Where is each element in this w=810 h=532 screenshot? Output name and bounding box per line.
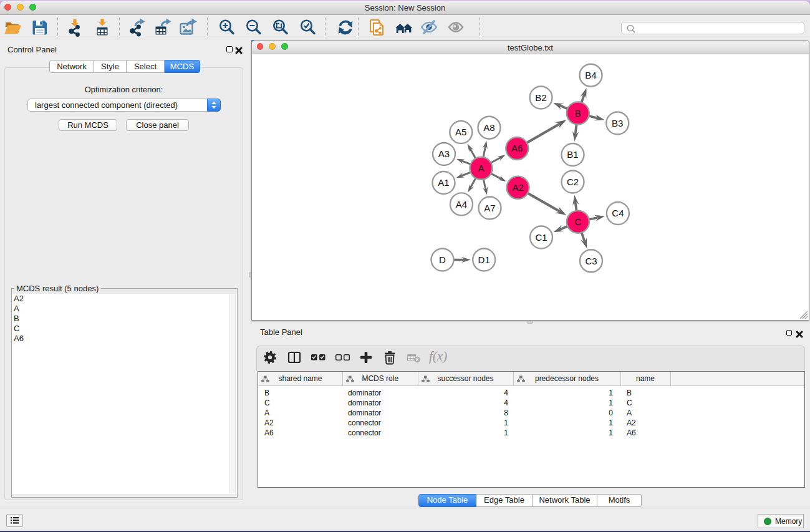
svg-text:B3: B3 (612, 118, 623, 128)
svg-text:A8: A8 (483, 122, 494, 133)
svg-text:D1: D1 (478, 254, 490, 265)
svg-text:B: B (575, 108, 581, 118)
svg-text:B1: B1 (567, 149, 578, 160)
svg-text:C1: C1 (535, 232, 547, 243)
svg-text:A2: A2 (512, 182, 523, 193)
svg-text:A: A (478, 163, 484, 173)
svg-text:A3: A3 (438, 148, 450, 159)
svg-text:A5: A5 (455, 127, 466, 137)
svg-text:A7: A7 (484, 203, 495, 213)
svg-text:D: D (439, 254, 446, 265)
svg-text:C3: C3 (585, 256, 597, 266)
svg-text:A1: A1 (438, 177, 449, 188)
svg-text:A4: A4 (456, 199, 467, 210)
svg-text:B4: B4 (585, 70, 596, 80)
svg-text:B2: B2 (535, 92, 546, 103)
svg-text:A6: A6 (511, 143, 523, 153)
svg-text:C: C (574, 216, 581, 227)
svg-text:C4: C4 (612, 208, 624, 218)
svg-text:C2: C2 (567, 177, 579, 187)
